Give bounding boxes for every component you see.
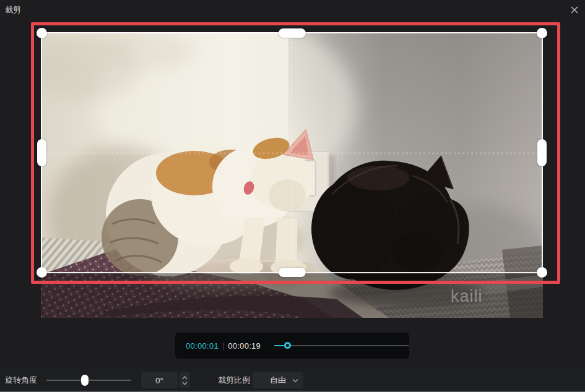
rotation-value-input[interactable]: 0° bbox=[141, 372, 178, 388]
center-guide-horizontal bbox=[42, 153, 542, 153]
crop-handle-bottom[interactable] bbox=[279, 268, 306, 277]
crop-dialog: 裁剪 bbox=[0, 0, 585, 392]
time-separator: | bbox=[222, 341, 224, 350]
crop-handle-top[interactable] bbox=[279, 28, 306, 38]
close-icon[interactable] bbox=[570, 5, 579, 15]
rotation-slider-track[interactable] bbox=[46, 380, 131, 381]
crop-handle-top-left[interactable] bbox=[37, 28, 47, 38]
current-time: 00:00:01 bbox=[186, 341, 219, 351]
spinner-up-icon[interactable] bbox=[182, 376, 188, 380]
dialog-title: 裁剪 bbox=[5, 4, 21, 15]
timeline-bar: 00:00:01 | 00:00:19 bbox=[175, 333, 409, 359]
rotation-label: 旋转角度 bbox=[5, 375, 37, 386]
crop-handle-left[interactable] bbox=[37, 139, 46, 166]
rotation-slider[interactable] bbox=[46, 374, 131, 386]
total-time: 00:00:19 bbox=[228, 341, 261, 351]
ratio-dropdown[interactable]: 自由 bbox=[253, 372, 303, 388]
ratio-value: 自由 bbox=[270, 375, 286, 386]
spinner-down-icon[interactable] bbox=[182, 381, 188, 385]
chevron-down-icon bbox=[292, 378, 298, 383]
rotation-spinner bbox=[180, 372, 190, 388]
rotation-slider-thumb[interactable] bbox=[81, 375, 89, 386]
crop-handle-right[interactable] bbox=[537, 139, 547, 166]
ratio-label: 裁剪比例 bbox=[218, 375, 250, 386]
crop-region[interactable] bbox=[41, 32, 543, 273]
bottom-toolbar: 旋转角度 0° 裁剪比例 自由 bbox=[0, 369, 585, 392]
crop-handle-bottom-right[interactable] bbox=[537, 267, 547, 278]
crop-handle-top-right[interactable] bbox=[537, 28, 547, 38]
video-watermark: kaili bbox=[451, 287, 483, 305]
timeline-track[interactable] bbox=[274, 345, 409, 346]
timeline-slider[interactable] bbox=[274, 342, 409, 349]
timeline-thumb[interactable] bbox=[284, 342, 291, 349]
crop-handle-bottom-left[interactable] bbox=[37, 267, 47, 278]
